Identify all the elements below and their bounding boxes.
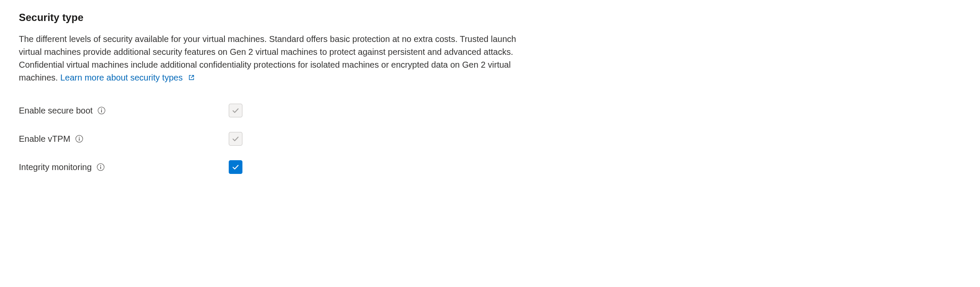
learn-more-link-text: Learn more about security types (60, 73, 183, 82)
external-link-icon (188, 72, 195, 85)
field-label-wrap: Integrity monitoring (19, 161, 229, 173)
svg-rect-5 (79, 138, 80, 141)
svg-point-1 (101, 108, 102, 109)
vtpm-checkbox (229, 132, 242, 146)
info-icon[interactable] (75, 134, 84, 144)
secure-boot-label: Enable secure boot (19, 105, 93, 117)
secure-boot-checkbox (229, 104, 242, 117)
field-label-wrap: Enable vTPM (19, 133, 229, 145)
field-row-secure-boot: Enable secure boot (19, 104, 961, 117)
field-row-vtpm: Enable vTPM (19, 132, 961, 146)
svg-rect-2 (101, 110, 102, 112)
svg-rect-8 (100, 166, 101, 169)
svg-point-4 (79, 137, 80, 138)
svg-point-7 (100, 165, 101, 166)
integrity-checkbox[interactable] (229, 160, 242, 174)
info-icon[interactable] (97, 106, 106, 115)
field-row-integrity: Integrity monitoring (19, 160, 961, 174)
field-label-wrap: Enable secure boot (19, 105, 229, 117)
section-description: The different levels of security availab… (19, 33, 533, 85)
section-heading: Security type (19, 10, 961, 25)
info-icon[interactable] (96, 162, 105, 172)
integrity-label: Integrity monitoring (19, 161, 92, 173)
vtpm-label: Enable vTPM (19, 133, 70, 145)
learn-more-link[interactable]: Learn more about security types (60, 73, 195, 82)
